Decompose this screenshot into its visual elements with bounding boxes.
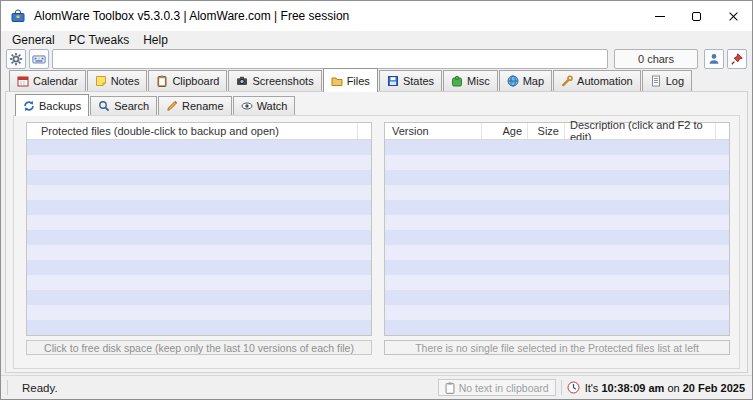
time-joiner: on: [667, 382, 679, 394]
protected-files-rows[interactable]: [27, 140, 371, 335]
toolbar: 0 chars: [1, 48, 752, 70]
protected-files-header[interactable]: Protected files (double-click to backup …: [27, 123, 371, 140]
clock-icon: [567, 381, 580, 394]
clipboard-status-label: No text in clipboard: [459, 382, 549, 394]
tab-automation-label: Automation: [577, 75, 633, 87]
menubar: General PC Tweaks Help: [1, 31, 752, 48]
minimize-button[interactable]: [641, 1, 678, 31]
titlebar: AlomWare Toolbox v5.3.0.3 | AlomWare.com…: [1, 1, 752, 31]
camera-icon: [236, 75, 248, 87]
pencil-icon: [166, 100, 178, 112]
protected-files-header-label[interactable]: Protected files (double-click to backup …: [27, 125, 357, 137]
eye-icon: [241, 100, 253, 112]
wrench-icon: [561, 75, 573, 87]
tab-files[interactable]: Files: [323, 68, 378, 92]
app-window: { "window": { "title": "AlomWare Toolbox…: [0, 0, 753, 400]
toolbar-right: [704, 49, 747, 69]
states-icon: [387, 75, 399, 87]
tab-log[interactable]: Log: [642, 70, 692, 91]
maximize-button[interactable]: [678, 1, 715, 31]
tab-notes-label: Notes: [111, 75, 140, 87]
window-controls: [641, 1, 752, 31]
user-button[interactable]: [704, 49, 724, 69]
column-age[interactable]: Age: [482, 123, 528, 139]
person-icon: [707, 52, 721, 66]
tab-notes[interactable]: Notes: [87, 70, 148, 91]
calendar-icon: [17, 75, 29, 87]
tab-misc[interactable]: Misc: [443, 70, 498, 91]
char-count: 0 chars: [614, 49, 698, 69]
tab-states[interactable]: States: [379, 70, 442, 91]
tab-log-label: Log: [666, 75, 684, 87]
status-divider: [7, 380, 8, 395]
protected-files-header-tail: [357, 123, 371, 139]
subtab-backups[interactable]: Backups: [15, 94, 89, 116]
time-value: 10:38:09 am: [601, 382, 664, 394]
app-icon: [10, 8, 26, 24]
menu-pc-tweaks[interactable]: PC Tweaks: [62, 32, 136, 48]
subtab-rename-label: Rename: [182, 100, 224, 112]
tab-calendar[interactable]: Calendar: [9, 70, 86, 91]
pin-button[interactable]: [727, 49, 747, 69]
document-icon: [650, 75, 662, 87]
files-subtabstrip: Backups Search Rename Watch: [15, 93, 296, 115]
tab-automation[interactable]: Automation: [553, 70, 641, 91]
tab-clipboard-label: Clipboard: [172, 75, 219, 87]
keyboard-icon: [32, 52, 46, 66]
subtab-watch-label: Watch: [257, 100, 288, 112]
time-prefix: It's: [585, 382, 599, 394]
subtab-search[interactable]: Search: [90, 96, 157, 115]
maximize-icon: [692, 12, 701, 21]
gear-icon: [9, 52, 23, 66]
clipboard-status: No text in clipboard: [438, 379, 556, 396]
tab-map-label: Map: [523, 75, 544, 87]
menu-general[interactable]: General: [5, 32, 62, 48]
tab-calendar-label: Calendar: [33, 75, 78, 87]
status-ready: Ready.: [15, 382, 58, 394]
free-disk-space-button[interactable]: Click to free disk space (keep only the …: [26, 340, 372, 355]
tab-clipboard[interactable]: Clipboard: [148, 70, 227, 91]
send-keys-button[interactable]: [29, 49, 49, 69]
column-description[interactable]: Description (click and F2 to edit): [565, 123, 715, 139]
versions-rows[interactable]: [385, 140, 729, 335]
misc-icon: [451, 75, 463, 87]
tab-states-label: States: [403, 75, 434, 87]
pin-icon: [730, 52, 744, 66]
versions-header[interactable]: Version Age Size Description (click and …: [385, 123, 729, 140]
subtab-search-label: Search: [114, 100, 149, 112]
column-version[interactable]: Version: [385, 123, 482, 139]
status-time: It's 10:38:09 am on 20 Feb 2025: [585, 382, 745, 394]
notes-icon: [95, 75, 107, 87]
close-button[interactable]: [715, 1, 752, 31]
date-value: 20 Feb 2025: [683, 382, 745, 394]
folder-icon: [331, 75, 343, 87]
window-title: AlomWare Toolbox v5.3.0.3 | AlomWare.com…: [34, 9, 349, 23]
tab-misc-label: Misc: [467, 75, 490, 87]
search-icon: [98, 100, 110, 112]
tab-screenshots[interactable]: Screenshots: [228, 70, 321, 91]
tab-files-label: Files: [347, 75, 370, 87]
menu-help[interactable]: Help: [136, 32, 175, 48]
statusbar: Ready. No text in clipboard It's 10:38:0…: [1, 375, 752, 399]
versions-header-tail: [715, 123, 729, 139]
versions-list[interactable]: Version Age Size Description (click and …: [384, 122, 730, 336]
subtab-rename[interactable]: Rename: [158, 96, 232, 115]
clipboard-status-icon: [445, 382, 455, 394]
settings-button[interactable]: [6, 49, 26, 69]
subtab-watch[interactable]: Watch: [233, 96, 296, 115]
minimize-icon: [655, 16, 665, 17]
column-size[interactable]: Size: [528, 123, 565, 139]
globe-icon: [507, 75, 519, 87]
tab-screenshots-label: Screenshots: [252, 75, 313, 87]
close-icon: [728, 11, 739, 22]
tab-map[interactable]: Map: [499, 70, 552, 91]
subtab-backups-label: Backups: [39, 100, 81, 112]
status-right-group: No text in clipboard It's 10:38:09 am on…: [438, 379, 752, 396]
no-file-selected-note: There is no single file selected in the …: [384, 340, 730, 355]
command-input[interactable]: [52, 49, 608, 69]
protected-files-list[interactable]: Protected files (double-click to backup …: [26, 122, 372, 336]
status-divider-2: [561, 380, 562, 395]
clipboard-icon: [156, 75, 168, 87]
main-tabstrip: Calendar Notes Clipboard Screenshots Fil…: [9, 68, 693, 91]
backups-icon: [23, 100, 35, 112]
